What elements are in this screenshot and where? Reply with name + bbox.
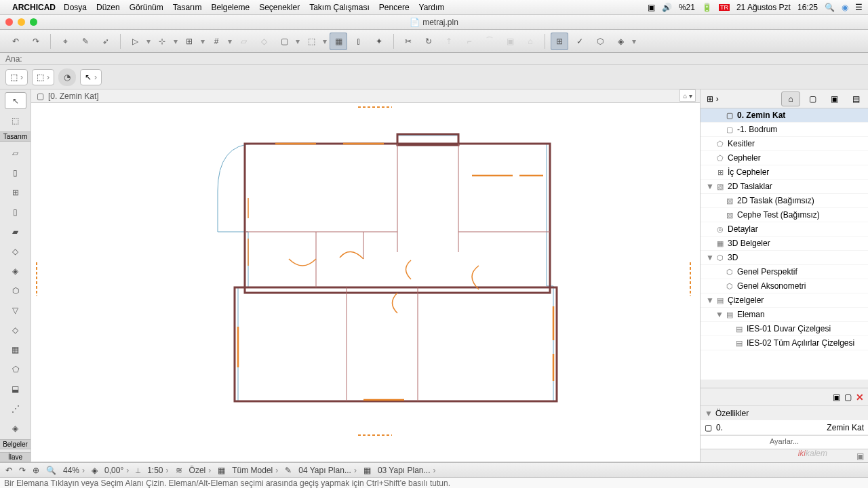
snap2-button[interactable]: ⊞ (180, 33, 198, 50)
volume-icon[interactable]: 🔊 (662, 3, 672, 12)
tree-item[interactable]: ▤IES-01 Duvar Çizelgesi (701, 322, 868, 336)
zoom-window-button[interactable] (30, 18, 37, 26)
tree-item[interactable]: ▼⬡3D (701, 251, 868, 265)
panel-opts-icon[interactable]: ▣ (856, 451, 864, 461)
prop-disclosure-icon[interactable]: ▼ (705, 409, 713, 418)
zoom-slider-icon[interactable]: 🔍 (46, 466, 56, 475)
menu-belgeleme[interactable]: Belgeleme (211, 3, 250, 12)
tree-item[interactable]: ▼▤Çizelgeler (701, 293, 868, 308)
edit5-button[interactable]: ⌒ (481, 33, 498, 50)
menu-pencere[interactable]: Pencere (379, 3, 410, 12)
view-control[interactable]: ⌂ ▾ (679, 89, 696, 102)
beam-tool[interactable]: ▰ (5, 223, 26, 240)
more-group-label[interactable]: İlave (0, 452, 31, 462)
flag-icon[interactable]: TR (719, 4, 730, 11)
door-tool[interactable]: ▯ (5, 164, 26, 181)
layers-icon[interactable]: ≋ (176, 466, 182, 475)
grid-button[interactable]: # (208, 33, 225, 50)
undo-button[interactable]: ↶ (7, 33, 24, 50)
menu-takim[interactable]: Takım Çalışması (309, 3, 370, 12)
nav-project-tab[interactable]: ⌂ (781, 92, 800, 106)
edit2-button[interactable]: ↻ (420, 33, 437, 50)
arrow-tool[interactable]: ↖ (5, 92, 26, 109)
app-name[interactable]: ARCHICAD (12, 3, 56, 12)
zoom-prev-button[interactable]: ↶ (5, 466, 12, 475)
redo-button[interactable]: ↷ (27, 33, 45, 50)
pick-button[interactable]: ⌖ (56, 33, 74, 50)
layer-combo-value[interactable]: 04 Yapı Plan... (298, 466, 351, 475)
tab-title[interactable]: [0. Zemin Kat] (48, 92, 99, 101)
zoom-next-button[interactable]: ↷ (19, 466, 26, 475)
zoom-fit-button[interactable]: ⊕ (33, 466, 39, 475)
siri-icon[interactable]: ◉ (842, 3, 848, 12)
special-value[interactable]: Özel (189, 466, 206, 475)
edit1-button[interactable]: ✂ (399, 33, 417, 50)
edit4-button[interactable]: ⌐ (460, 33, 478, 50)
tree-item[interactable]: ▢-1. Bodrum (701, 123, 868, 137)
tree-item[interactable]: ⬠Kesitler (701, 137, 868, 151)
angle-value[interactable]: 0,00° (104, 466, 123, 475)
close-window-button[interactable] (5, 18, 13, 26)
nav-view-tab[interactable]: ▢ (803, 92, 822, 106)
trace-button[interactable]: ▦ (330, 33, 347, 50)
guides-button[interactable]: ▷ (126, 33, 144, 50)
morph-tool[interactable]: ⬠ (5, 361, 26, 378)
new-view-icon[interactable]: ▣ (833, 392, 840, 402)
tree-item[interactable]: ⬡Genel Perspektif (701, 265, 868, 279)
pen-icon[interactable]: ✎ (285, 466, 292, 475)
clone-view-icon[interactable]: ▢ (844, 392, 852, 402)
edit7-button[interactable]: ⌂ (521, 33, 539, 50)
zone-tool[interactable]: ◇ (5, 321, 26, 338)
tree-item[interactable]: ▤IES-02 Tüm Açılırlar Çizelgesi (701, 336, 868, 350)
syringe-button[interactable]: ➶ (97, 33, 115, 50)
view-value[interactable]: 03 Yapı Plan... (378, 466, 431, 475)
tree-item[interactable]: ▢0. Zemin Kat (701, 108, 868, 123)
menu-gorunum[interactable]: Görünüm (130, 3, 163, 12)
link3-button[interactable]: ⬡ (591, 33, 609, 50)
nav-layout-tab[interactable]: ▣ (825, 92, 844, 106)
link-button[interactable]: ⊞ (551, 33, 568, 50)
link4-button[interactable]: ◈ (612, 33, 629, 50)
layer-button[interactable]: ◔ (58, 68, 76, 86)
view-icon2[interactable]: ▦ (363, 466, 371, 475)
edit3-button[interactable]: ⇡ (440, 33, 458, 50)
menu-dosya[interactable]: Dosya (64, 3, 87, 12)
slab-tool[interactable]: ◇ (5, 243, 26, 260)
model-value[interactable]: Tüm Model (232, 466, 273, 475)
menu-tasarim[interactable]: Tasarım (173, 3, 202, 12)
docs-group-label[interactable]: Belgeler (0, 439, 31, 449)
tree-scrollbar[interactable] (701, 380, 868, 388)
more-tool[interactable]: ◈ (5, 420, 26, 436)
tree-item[interactable]: ⊞İç Cepheler (701, 165, 868, 180)
marquee-tool[interactable]: ⬚ (5, 112, 26, 129)
link2-button[interactable]: ✓ (571, 33, 589, 50)
orientation-icon[interactable]: ◈ (92, 466, 98, 475)
roof-tool[interactable]: ◈ (5, 262, 26, 279)
doc2-button[interactable]: ⬚ (302, 33, 320, 50)
marquee-mode-button[interactable]: ⬚ › (5, 69, 28, 85)
tree-item[interactable]: ⬠Cepheler (701, 151, 868, 165)
menu-icon[interactable]: ☰ (855, 3, 863, 12)
zoom-value[interactable]: 44% (63, 466, 79, 475)
model-icon[interactable]: ▦ (218, 466, 225, 475)
tree-item[interactable]: ▧2D Taslak (Bağımsız) (701, 194, 868, 208)
spotlight-icon[interactable]: 🔍 (825, 3, 835, 12)
menu-yardim[interactable]: Yardım (419, 3, 445, 12)
tree-item[interactable]: ▧Cephe Test (Bağımsız) (701, 208, 868, 222)
edit6-button[interactable]: ▣ (501, 33, 519, 50)
measure-button[interactable]: ◇ (255, 33, 273, 50)
navigator-tree[interactable]: ▢0. Zemin Kat▢-1. Bodrum⬠Kesitler⬠Cephel… (701, 108, 868, 380)
window-tool[interactable]: ⊞ (5, 184, 26, 201)
snap-button[interactable]: ⊹ (153, 33, 171, 50)
mesh-tool[interactable]: ▽ (5, 302, 26, 319)
dim-button[interactable]: ⫿ (350, 33, 368, 50)
doc-button[interactable]: ▢ (275, 33, 293, 50)
stair-tool[interactable]: ⋰ (5, 400, 26, 417)
marquee-mode2-button[interactable]: ⬚ › (32, 69, 54, 85)
wall-tool[interactable]: ▱ (5, 144, 26, 161)
nav-publisher-tab[interactable]: ▤ (846, 92, 865, 106)
object-tool[interactable]: ⬓ (5, 380, 26, 397)
scale-icon[interactable]: ⟂ (136, 466, 140, 475)
shell-tool[interactable]: ⬡ (5, 282, 26, 299)
arrow-mode-button[interactable]: ↖ › (80, 69, 102, 85)
